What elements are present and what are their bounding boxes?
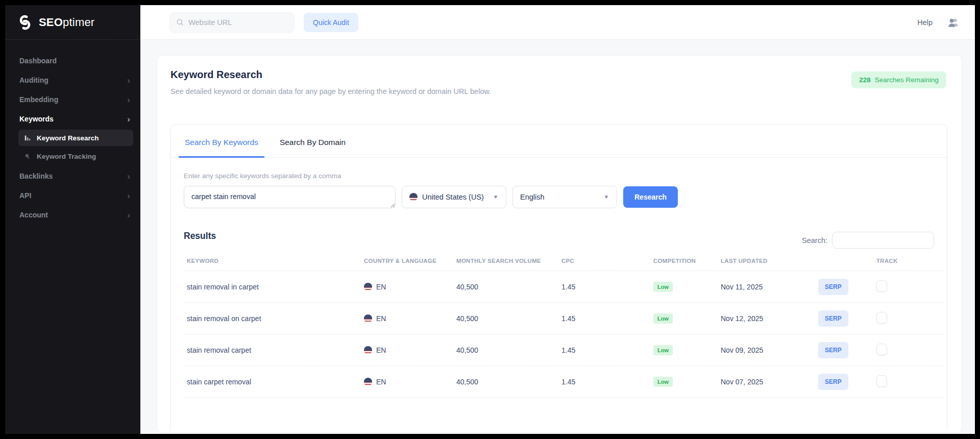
- us-flag-icon: [364, 346, 372, 354]
- last-updated-cell: Nov 11, 2025: [718, 283, 815, 291]
- search-icon: [176, 18, 184, 27]
- country-select-value: United States (US): [422, 193, 484, 201]
- track-checkbox[interactable]: [876, 280, 887, 292]
- us-flag-icon: [409, 193, 418, 201]
- language-select[interactable]: English ▼: [512, 186, 617, 208]
- keyword-cell: stain removal carpet: [184, 346, 361, 354]
- us-flag-icon: [364, 314, 372, 323]
- sidebar-item-account[interactable]: Account›: [5, 205, 140, 225]
- brand-logo[interactable]: SEOptimer: [5, 5, 140, 40]
- tab-search-by-keywords[interactable]: Search By Keywords: [184, 125, 259, 157]
- keywords-input-label: Enter any specific keywords separated by…: [184, 172, 934, 180]
- brand-name-rest: ptimer: [63, 16, 94, 29]
- country-cell: EN: [361, 283, 453, 291]
- tab-search-by-domain[interactable]: Search By Domain: [279, 125, 347, 157]
- track-checkbox[interactable]: [876, 344, 887, 355]
- country-cell: EN: [361, 314, 453, 323]
- sidebar-item-label: Embedding: [19, 95, 58, 104]
- table-search-input[interactable]: [832, 232, 934, 249]
- sidebar-item-backlinks[interactable]: Backlinks›: [5, 166, 140, 186]
- key-icon: [23, 152, 32, 160]
- topbar: Quick Audit Help: [140, 5, 975, 40]
- search-panel: Search By Keywords Search By Domain Ente…: [170, 124, 947, 430]
- website-url-input[interactable]: [188, 18, 288, 27]
- col-keyword: Keyword: [184, 258, 361, 264]
- language-code: EN: [376, 346, 386, 354]
- competition-badge: Low: [653, 345, 673, 355]
- keyword-cell: stain removal on carpet: [184, 314, 361, 323]
- country-cell: EN: [361, 378, 453, 386]
- content-area: Keyword Research See detailed keyword or…: [140, 40, 975, 434]
- sidebar-item-keyword-tracking[interactable]: Keyword Tracking: [18, 148, 133, 164]
- country-cell: EN: [361, 346, 453, 354]
- keywords-textarea[interactable]: carpet stain removal: [184, 186, 396, 208]
- table-search: Search:: [802, 232, 934, 249]
- topbar-right: Help: [917, 17, 960, 28]
- country-select[interactable]: United States (US) ▼: [402, 186, 506, 208]
- quick-audit-button[interactable]: Quick Audit: [304, 13, 358, 32]
- sidebar-item-label: API: [19, 191, 31, 200]
- serp-button[interactable]: SERP: [818, 374, 848, 390]
- sidebar-nav: Dashboard Auditing› Embedding› Keywords›…: [5, 40, 140, 225]
- track-checkbox[interactable]: [876, 375, 887, 387]
- track-cell: [873, 280, 945, 294]
- cpc-cell: 1.45: [558, 346, 650, 354]
- cpc-cell: 1.45: [558, 314, 650, 323]
- sidebar-item-api[interactable]: API›: [5, 186, 140, 205]
- track-cell: [873, 312, 945, 325]
- volume-cell: 40,500: [453, 314, 558, 323]
- chevron-right-icon: ›: [127, 95, 130, 104]
- table-row: stain removal in carpet EN 40,500 1.45 L…: [184, 271, 945, 303]
- col-cpc: CPC: [558, 258, 650, 264]
- table-row: stain carpet removal EN 40,500 1.45 Low …: [184, 366, 945, 398]
- table-search-label: Search:: [802, 236, 827, 245]
- last-updated-cell: Nov 07, 2025: [718, 378, 815, 386]
- volume-cell: 40,500: [453, 378, 558, 386]
- chevron-right-icon: ›: [127, 191, 130, 200]
- language-code: EN: [376, 378, 386, 386]
- keyword-cell: stain removal in carpet: [184, 283, 361, 291]
- sidebar-item-auditing[interactable]: Auditing›: [5, 70, 140, 90]
- competition-cell: Low: [650, 377, 718, 387]
- main-column: Quick Audit Help Keyword Research See de…: [140, 5, 975, 434]
- sidebar-item-keywords[interactable]: Keywords›: [5, 109, 140, 129]
- help-link[interactable]: Help: [917, 18, 933, 27]
- sidebar-item-label: Backlinks: [19, 172, 53, 180]
- serp-button[interactable]: SERP: [818, 310, 848, 327]
- brand-name: SEOptimer: [39, 16, 94, 29]
- website-url-box: [169, 12, 295, 33]
- chevron-down-icon: ▼: [603, 194, 609, 200]
- volume-cell: 40,500: [453, 346, 558, 354]
- language-code: EN: [376, 314, 386, 323]
- sidebar-item-label: Keyword Research: [37, 134, 99, 142]
- chevron-right-icon: ›: [127, 172, 130, 181]
- sidebar-item-label: Dashboard: [19, 57, 57, 65]
- sidebar-item-embedding[interactable]: Embedding›: [5, 90, 140, 109]
- brand-name-bold: SEO: [39, 16, 63, 29]
- research-button[interactable]: Research: [623, 186, 678, 208]
- bar-chart-icon: [23, 134, 32, 142]
- sidebar-item-keyword-research[interactable]: Keyword Research: [18, 130, 133, 146]
- track-checkbox[interactable]: [876, 312, 887, 324]
- table-row: stain removal on carpet EN 40,500 1.45 L…: [184, 303, 945, 334]
- competition-badge: Low: [653, 282, 673, 292]
- keyword-cell: stain carpet removal: [184, 378, 361, 386]
- serp-cell: SERP: [815, 374, 873, 390]
- serp-button[interactable]: SERP: [818, 342, 848, 358]
- sidebar-item-label: Keyword Tracking: [37, 153, 96, 160]
- last-updated-cell: Nov 12, 2025: [718, 314, 815, 323]
- competition-cell: Low: [650, 282, 718, 292]
- language-select-value: English: [520, 193, 545, 201]
- sidebar-item-label: Keywords: [19, 115, 54, 123]
- col-track: Track: [873, 258, 945, 264]
- page-subtitle: See detailed keyword or domain data for …: [170, 87, 947, 95]
- last-updated-cell: Nov 09, 2025: [718, 346, 815, 354]
- us-flag-icon: [364, 378, 372, 386]
- col-country-language: Country & Language: [361, 258, 453, 264]
- volume-cell: 40,500: [453, 283, 558, 291]
- users-icon[interactable]: [947, 17, 960, 28]
- searches-remaining-count: 228: [859, 76, 871, 84]
- serp-button[interactable]: SERP: [818, 279, 848, 295]
- seoptimer-gear-icon: [16, 14, 34, 31]
- sidebar-item-dashboard[interactable]: Dashboard: [5, 51, 140, 70]
